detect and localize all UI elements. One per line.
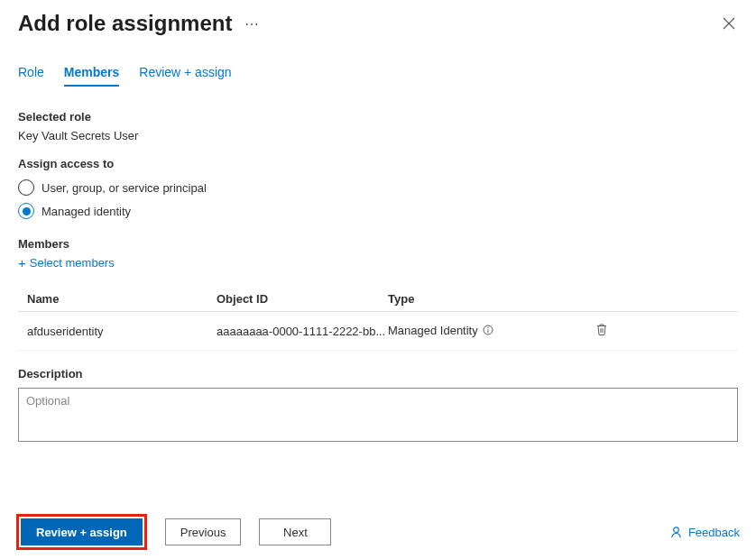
col-header-name: Name — [18, 292, 217, 306]
radio-icon — [18, 203, 34, 219]
radio-icon — [18, 179, 34, 196]
close-button[interactable] — [720, 14, 738, 32]
delete-row-button[interactable] — [595, 325, 608, 339]
radio-user-group-label: User, group, or service principal — [41, 181, 207, 195]
select-members-link[interactable]: + Select members — [18, 256, 115, 270]
feedback-icon — [669, 526, 683, 539]
info-icon[interactable] — [483, 325, 493, 338]
svg-point-4 — [488, 327, 489, 328]
col-header-object-id: Object ID — [217, 292, 388, 306]
plus-icon: + — [18, 256, 26, 270]
tab-review[interactable]: Review + assign — [139, 65, 231, 87]
review-assign-button[interactable]: Review + assign — [21, 518, 143, 545]
radio-managed-identity[interactable]: Managed identity — [18, 199, 738, 223]
description-input[interactable] — [18, 388, 738, 442]
radio-managed-identity-label: Managed identity — [41, 205, 131, 218]
assign-access-label: Assign access to — [18, 157, 738, 170]
selected-role-label: Selected role — [18, 110, 738, 124]
next-button[interactable]: Next — [259, 518, 331, 545]
close-icon — [723, 17, 735, 30]
svg-point-5 — [674, 527, 679, 532]
assign-access-radio-group: User, group, or service principal Manage… — [18, 176, 738, 223]
radio-user-group[interactable]: User, group, or service principal — [18, 176, 738, 199]
col-header-type: Type — [388, 292, 577, 306]
description-label: Description — [18, 367, 738, 380]
cell-object-id: aaaaaaaa-0000-1111-2222-bb... — [217, 325, 388, 338]
page-title: Add role assignment — [18, 11, 232, 36]
tab-role[interactable]: Role — [18, 65, 44, 87]
tab-bar: Role Members Review + assign — [0, 43, 756, 87]
review-assign-highlight: Review + assign — [16, 514, 147, 550]
tab-members[interactable]: Members — [64, 65, 119, 87]
select-members-label: Select members — [30, 256, 115, 270]
trash-icon — [595, 323, 608, 336]
members-label: Members — [18, 237, 738, 251]
table-header-row: Name Object ID Type — [18, 292, 738, 312]
cell-name: afduseridentity — [18, 325, 217, 338]
more-options-button[interactable]: ⋯ — [244, 15, 260, 32]
previous-button[interactable]: Previous — [165, 518, 242, 545]
cell-type: Managed Identity — [388, 324, 577, 338]
table-row: afduseridentity aaaaaaaa-0000-1111-2222-… — [18, 312, 738, 351]
feedback-link[interactable]: Feedback — [669, 526, 740, 539]
selected-role-value: Key Vault Secrets User — [18, 129, 738, 142]
members-table: Name Object ID Type afduseridentity aaaa… — [18, 292, 738, 351]
feedback-label: Feedback — [688, 526, 740, 539]
